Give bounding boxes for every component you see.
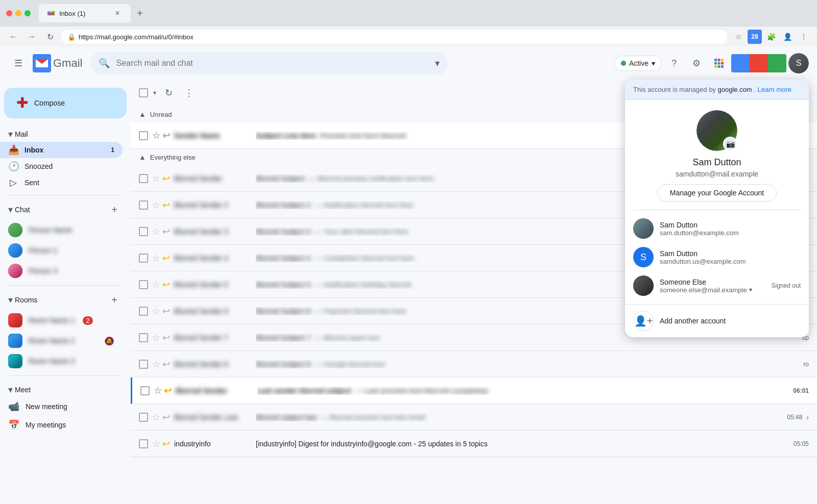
email-checkbox-last[interactable] bbox=[139, 413, 148, 422]
forward-button[interactable]: → bbox=[25, 30, 39, 44]
new-tab-button[interactable]: + bbox=[133, 6, 147, 21]
email-star-6[interactable]: ☆ bbox=[152, 306, 160, 317]
email-star-highlighted[interactable]: ☆ bbox=[154, 385, 162, 396]
email-row-industry[interactable]: ☆ ↩ industryinfo [industryinfo] Digest f… bbox=[131, 431, 817, 457]
calendar-extension[interactable]: 28 bbox=[748, 30, 762, 44]
email-star-5[interactable]: ☆ bbox=[152, 279, 160, 290]
email-checkbox-6[interactable] bbox=[139, 307, 148, 316]
room-mute-icon: 🔕 bbox=[104, 336, 114, 346]
email-star-1[interactable]: ☆ bbox=[152, 173, 160, 184]
email-checkbox-2[interactable] bbox=[139, 200, 148, 210]
svg-rect-4 bbox=[714, 62, 717, 65]
select-all-area[interactable]: ▾ bbox=[139, 88, 156, 97]
email-row-highlighted[interactable]: ☆ ↩ Blurred Sender Last sender blurred s… bbox=[131, 377, 817, 404]
compose-button[interactable]: ✚ Compose bbox=[4, 88, 127, 118]
email-star-icon[interactable]: ☆ bbox=[152, 130, 160, 141]
email-checkbox-8[interactable] bbox=[139, 360, 148, 369]
select-dropdown-icon[interactable]: ▾ bbox=[153, 89, 156, 96]
popup-account-letter-2: S bbox=[640, 252, 646, 263]
email-checkbox-industry[interactable] bbox=[139, 439, 148, 448]
close-dot[interactable] bbox=[6, 10, 12, 16]
popup-account-email-3: someone.else@mail.example ▾ bbox=[660, 286, 765, 294]
sidebar-item-snoozed[interactable]: 🕐 Snoozed bbox=[0, 158, 123, 174]
apps-button[interactable] bbox=[709, 53, 729, 73]
email-preview-8: — Google blurred text bbox=[315, 360, 803, 368]
sent-label: Sent bbox=[25, 179, 114, 187]
email-checkbox-3[interactable] bbox=[139, 227, 148, 236]
email-sender-4: Blurred Sender 4 bbox=[174, 254, 256, 262]
menu-button[interactable]: ⋮ bbox=[797, 30, 811, 44]
popup-avatar-edit-button[interactable]: 📷 bbox=[723, 137, 737, 151]
select-all-checkbox[interactable] bbox=[139, 88, 148, 97]
manage-google-account-button[interactable]: Manage your Google Account bbox=[657, 184, 777, 201]
rooms-divider bbox=[8, 285, 123, 286]
chat-person-3[interactable]: Person 3 bbox=[0, 261, 123, 281]
hamburger-menu[interactable]: ☰ bbox=[8, 53, 29, 73]
email-row-8[interactable]: ☆ ↩ Blurred Sender 8 Blurred Subject 8 —… bbox=[131, 351, 817, 377]
email-star-last[interactable]: ☆ bbox=[152, 412, 160, 423]
search-bar[interactable]: 🔍 ▾ bbox=[90, 52, 448, 75]
email-checkbox-4[interactable] bbox=[139, 254, 148, 263]
email-checkbox-7[interactable] bbox=[139, 333, 148, 342]
search-dropdown-icon[interactable]: ▾ bbox=[435, 58, 440, 69]
popup-account-3[interactable]: Someone Else someone.else@mail.example ▾… bbox=[625, 271, 809, 300]
new-chat-button[interactable]: + bbox=[106, 201, 123, 218]
browser-chrome: Inbox (1) × + bbox=[0, 0, 817, 27]
sidebar-item-inbox[interactable]: 📥 Inbox 1 bbox=[0, 142, 123, 158]
reload-button[interactable]: ↻ bbox=[43, 30, 57, 44]
everything-else-collapse-button[interactable]: ▲ bbox=[139, 153, 146, 161]
chat-person-1[interactable]: Person Name bbox=[0, 220, 123, 240]
new-meeting-item[interactable]: 📹 New meeting bbox=[0, 397, 123, 416]
managed-banner: This account is managed by google.com . … bbox=[625, 80, 809, 100]
settings-button[interactable]: ⚙ bbox=[686, 53, 707, 73]
new-room-button[interactable]: + bbox=[106, 292, 123, 308]
email-checkbox-highlighted[interactable] bbox=[140, 386, 150, 395]
chat-avatar-2 bbox=[8, 243, 22, 258]
email-checkbox-1[interactable] bbox=[139, 174, 148, 183]
search-input[interactable] bbox=[116, 59, 429, 68]
back-button[interactable]: ← bbox=[6, 30, 20, 44]
email-star-7[interactable]: ☆ bbox=[152, 332, 160, 343]
active-tab[interactable]: Inbox (1) × bbox=[39, 4, 131, 22]
room-item-3[interactable]: Room Name 3 bbox=[0, 351, 123, 371]
email-meta-industry: 05:05 bbox=[794, 440, 809, 447]
email-star-4[interactable]: ☆ bbox=[152, 253, 160, 264]
email-sender: Sender Name bbox=[174, 132, 256, 140]
bookmark-button[interactable]: ☆ bbox=[731, 30, 746, 44]
expand-button[interactable]: › bbox=[806, 413, 809, 421]
chat-person-2[interactable]: Person 2 bbox=[0, 240, 123, 261]
popup-account-2[interactable]: S Sam Dutton samdutton.us@example.com bbox=[625, 243, 809, 271]
add-another-account-button[interactable]: 👤+ Add another account bbox=[625, 304, 809, 337]
email-checkbox-5[interactable] bbox=[139, 280, 148, 289]
refresh-button[interactable]: ↻ bbox=[160, 85, 177, 101]
room-item-2[interactable]: Room Name 2 🔕 bbox=[0, 331, 123, 351]
unread-collapse-button[interactable]: ▲ bbox=[139, 110, 146, 118]
minimize-dot[interactable] bbox=[15, 10, 21, 16]
tab-close-button[interactable]: × bbox=[112, 8, 123, 18]
email-checkbox[interactable] bbox=[139, 131, 148, 140]
email-star-industry[interactable]: ☆ bbox=[152, 438, 160, 449]
svg-rect-8 bbox=[718, 65, 720, 68]
learn-more-link[interactable]: Learn more bbox=[758, 86, 791, 93]
email-row-last[interactable]: ☆ ↩ Blurred Sender Last Blurred subject … bbox=[131, 404, 817, 431]
email-star-3[interactable]: ☆ bbox=[152, 226, 160, 237]
more-options-button[interactable]: ⋮ bbox=[181, 85, 197, 101]
meet-section: ▾ Meet 📹 New meeting 📅 My meetings bbox=[0, 380, 131, 434]
maximize-dot[interactable] bbox=[25, 10, 31, 16]
help-button[interactable]: ? bbox=[664, 53, 684, 73]
address-bar[interactable]: 🔒 https://mail.google.com/mail/u/0/#inbo… bbox=[61, 30, 727, 44]
email-star-2[interactable]: ☆ bbox=[152, 199, 160, 211]
sidebar-item-sent[interactable]: ▷ Sent bbox=[0, 174, 123, 191]
mail-caret-icon: ▾ bbox=[8, 129, 13, 140]
extensions-button[interactable]: 🧩 bbox=[764, 30, 778, 44]
room-icon-1 bbox=[8, 313, 22, 327]
my-meetings-item[interactable]: 📅 My meetings bbox=[0, 416, 123, 434]
mail-section-header[interactable]: ▾ Mail bbox=[0, 127, 123, 142]
room-item-1[interactable]: Room Name 1 2 bbox=[0, 310, 123, 331]
profile-button[interactable]: 👤 bbox=[780, 30, 795, 44]
active-status-button[interactable]: Active ▾ bbox=[614, 56, 662, 71]
room-name-3: Room Name 3 bbox=[29, 357, 75, 365]
popup-account-1[interactable]: Sam Dutton sam.dutton@example.com bbox=[625, 214, 809, 243]
account-button[interactable]: S bbox=[788, 53, 809, 73]
email-star-8[interactable]: ☆ bbox=[152, 359, 160, 370]
